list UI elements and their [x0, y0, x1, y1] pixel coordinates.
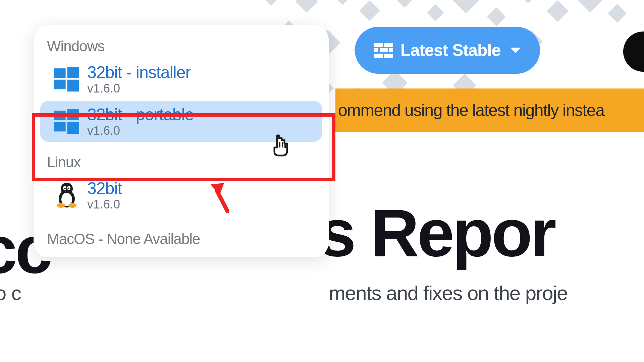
- windows-icon: [52, 109, 82, 134]
- download-item-windows-32bit-installer[interactable]: 32bit - installer v1.6.0: [40, 59, 322, 100]
- macos-none-available: MacOS - None Available: [34, 223, 329, 247]
- download-item-version: v1.6.0: [87, 81, 191, 96]
- svg-marker-30: [511, 48, 521, 53]
- download-dropdown-menu: Windows 32bit - installer v1.6.0 32b: [34, 25, 329, 257]
- download-item-title: 32bit - portable: [87, 105, 194, 124]
- download-item-version: v1.6.0: [87, 124, 194, 138]
- svg-rect-1: [67, 67, 79, 78]
- svg-rect-7: [67, 122, 79, 134]
- latest-stable-label: Latest Stable: [400, 41, 500, 60]
- os-group-label-linux: Linux: [34, 154, 329, 171]
- svg-point-13: [64, 188, 66, 189]
- svg-rect-6: [54, 122, 66, 132]
- svg-rect-28: [374, 54, 383, 58]
- svg-point-16: [68, 203, 76, 208]
- svg-rect-27: [389, 48, 393, 52]
- svg-rect-24: [384, 43, 393, 47]
- nightly-recommendation-banner: ommend using the latest nightly instea: [335, 88, 644, 132]
- linux-tux-icon: [52, 182, 82, 208]
- subtext-fragment-right: ments and fixes on the proje: [329, 282, 568, 305]
- os-group-label-windows: Windows: [34, 38, 329, 55]
- svg-rect-2: [54, 80, 66, 89]
- svg-point-15: [57, 203, 65, 208]
- windows-icon: [52, 67, 82, 92]
- download-item-version: v1.6.0: [87, 197, 122, 212]
- banner-text: ommend using the latest nightly instea: [338, 101, 604, 120]
- download-item-windows-32bit-portable[interactable]: 32bit - portable v1.6.0: [40, 101, 322, 142]
- brick-wall-icon: [374, 43, 393, 58]
- svg-point-14: [68, 188, 69, 189]
- svg-rect-25: [374, 48, 378, 52]
- svg-rect-3: [67, 80, 79, 92]
- latest-stable-dropdown-button[interactable]: Latest Stable: [355, 27, 540, 74]
- subtext-fragment-left: to c: [0, 282, 21, 305]
- download-item-title: 32bit: [87, 179, 122, 198]
- svg-rect-5: [67, 109, 79, 120]
- download-item-title: 32bit - installer: [87, 63, 191, 82]
- download-item-linux-32bit[interactable]: 32bit v1.6.0: [40, 175, 322, 216]
- svg-rect-0: [54, 68, 66, 78]
- svg-rect-26: [380, 48, 388, 52]
- svg-rect-4: [54, 111, 66, 120]
- svg-rect-29: [384, 54, 393, 58]
- chevron-down-icon: [511, 47, 521, 54]
- svg-rect-23: [374, 43, 383, 47]
